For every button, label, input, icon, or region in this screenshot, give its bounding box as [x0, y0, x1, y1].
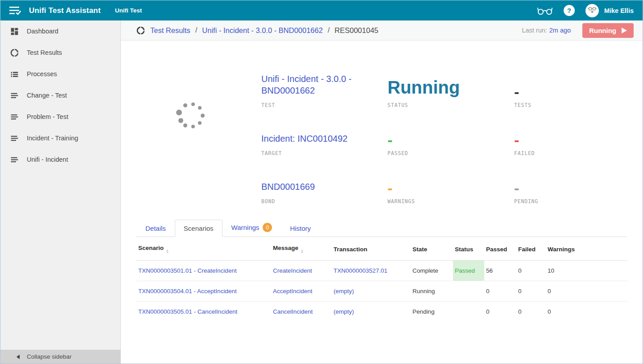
message-link[interactable]: AcceptIncident: [273, 288, 313, 294]
passed-cell: 56: [484, 261, 516, 281]
summary-stat-warnings: - WARNINGS: [387, 156, 514, 204]
sidebar-item-label: Dashboard: [27, 28, 58, 35]
loading-spinner-icon: [175, 99, 206, 130]
workspace-name[interactable]: Unifi Test: [115, 7, 142, 14]
state-cell: Running: [411, 281, 453, 302]
message-link[interactable]: CancelIncident: [273, 308, 313, 315]
message-link[interactable]: CreateIncident: [273, 267, 312, 274]
breadcrumb-separator: /: [195, 26, 197, 34]
sidebar-item-label: Unifi - Incident: [27, 156, 68, 163]
sidebar-item-processes[interactable]: Processes: [0, 63, 120, 85]
menu-toggle-icon[interactable]: [9, 6, 21, 15]
summary-stat-tests: - TESTS: [514, 54, 643, 108]
sidebar-item-problem-test[interactable]: Problem - Test: [0, 106, 120, 127]
tab-scenarios[interactable]: Scenarios: [175, 220, 223, 237]
avatar[interactable]: [585, 4, 599, 17]
sidebar-item-change-test[interactable]: Change - Test: [0, 85, 120, 106]
failed-value: -: [514, 136, 643, 144]
run-button-label: Running: [589, 27, 616, 34]
transaction-link[interactable]: (empty): [334, 308, 354, 315]
lines-icon: [10, 112, 19, 122]
lines-icon: [10, 91, 19, 100]
tab-warnings[interactable]: Warnings 0: [223, 218, 281, 237]
help-icon[interactable]: ?: [564, 5, 575, 16]
column-header-state[interactable]: State: [411, 237, 453, 261]
transaction-link[interactable]: TXN0000003527.01: [334, 267, 387, 274]
app-window: Unifi Test Assistant Unifi Test ?: [0, 0, 643, 364]
sidebar-item-incident-training[interactable]: Incident - Training: [0, 127, 120, 149]
tabs: Details Scenarios Warnings 0 History: [136, 218, 627, 237]
field-label: BOND: [261, 198, 387, 204]
test-summary: Unifi - Incident - 3.0.0 - BND0001662 TE…: [121, 41, 643, 204]
dashboard-icon: [10, 27, 19, 36]
field-label: TEST: [261, 102, 387, 108]
sidebar: Dashboard Test Results Processes Change …: [0, 20, 121, 364]
topbar: Unifi Test Assistant Unifi Test ?: [0, 0, 643, 20]
last-run-value[interactable]: 2m ago: [549, 27, 571, 34]
sidebar-item-label: Problem - Test: [27, 113, 68, 120]
sidebar-item-label: Incident - Training: [27, 135, 78, 142]
sidebar-item-label: Change - Test: [27, 92, 67, 99]
column-header-passed[interactable]: Passed: [484, 237, 516, 261]
breadcrumb: Test Results / Unifi - Incident - 3.0.0 …: [121, 20, 643, 41]
lines-icon: [10, 155, 19, 164]
bond-link[interactable]: BND0001669: [261, 181, 377, 192]
table-row: TXN0000003504.01 - AcceptIncident Accept…: [136, 281, 628, 302]
scenario-link[interactable]: TXN0000003501.01 - CreateIncident: [138, 267, 237, 274]
glasses-icon[interactable]: [537, 6, 553, 15]
collapse-sidebar-button[interactable]: Collapse sidebar: [0, 350, 120, 364]
table-row: TXN0000003501.01 - CreateIncident Create…: [136, 261, 628, 281]
collapse-arrow-icon: [16, 355, 20, 359]
play-icon: [621, 28, 627, 33]
topbar-actions: ? Mike Ellis: [537, 4, 634, 17]
main-content: Test Results / Unifi - Incident - 3.0.0 …: [121, 20, 643, 364]
column-header-message[interactable]: Message▲▼: [271, 237, 332, 261]
passed-value: -: [387, 136, 514, 144]
pending-value: -: [514, 184, 643, 192]
target-link[interactable]: Incident: INC0010492: [261, 133, 377, 144]
column-header-status[interactable]: Status: [453, 237, 484, 261]
tab-history[interactable]: History: [281, 220, 320, 237]
summary-stat-status: Running STATUS: [387, 54, 514, 108]
failed-cell: 0: [516, 302, 546, 322]
tests-value: -: [514, 88, 643, 96]
warnings-badge: 0: [263, 223, 272, 232]
state-cell: Pending: [411, 302, 453, 322]
table-row: TXN0000003505.01 - CancelIncident Cancel…: [136, 302, 628, 322]
sidebar-item-dashboard[interactable]: Dashboard: [0, 20, 120, 42]
warnings-cell: 0: [546, 302, 628, 322]
donut-chart-icon: [10, 48, 19, 57]
column-header-warnings[interactable]: Warnings: [546, 237, 628, 261]
user-name[interactable]: Mike Ellis: [604, 7, 634, 14]
warnings-cell: 0: [546, 281, 628, 302]
summary-stat-passed: - PASSED: [387, 108, 514, 156]
sort-icon: ▲▼: [301, 249, 304, 254]
collapse-sidebar-label: Collapse sidebar: [27, 353, 72, 360]
sidebar-item-test-results[interactable]: Test Results: [0, 42, 120, 63]
sidebar-item-unifi-incident[interactable]: Unifi - Incident: [0, 149, 120, 170]
last-run-label: Last run:: [522, 27, 547, 34]
warnings-value: -: [387, 184, 514, 192]
stat-label: TESTS: [514, 102, 643, 108]
summary-stat-pending: - PENDING: [514, 156, 643, 204]
column-header-scenario[interactable]: Scenario▲▼: [136, 237, 271, 261]
list-icon: [10, 70, 19, 79]
warnings-cell: 10: [546, 261, 628, 281]
test-link[interactable]: Unifi - Incident - 3.0.0 - BND0001662: [261, 73, 377, 96]
summary-field-bond: BND0001669 BOND: [261, 156, 387, 204]
column-header-failed[interactable]: Failed: [516, 237, 546, 261]
failed-cell: 0: [516, 281, 546, 302]
status-cell: [453, 281, 484, 302]
scenario-link[interactable]: TXN0000003504.01 - AcceptIncident: [138, 288, 237, 294]
lines-icon: [10, 134, 19, 143]
tab-details[interactable]: Details: [136, 220, 175, 237]
breadcrumb-link-test[interactable]: Unifi - Incident - 3.0.0 - BND0001662: [202, 26, 323, 35]
scenario-link[interactable]: TXN0000003505.01 - CancelIncident: [138, 308, 237, 315]
stat-label: PASSED: [387, 150, 514, 156]
transaction-link[interactable]: (empty): [334, 288, 354, 294]
breadcrumb-link-test-results[interactable]: Test Results: [150, 26, 190, 35]
run-status-button[interactable]: Running: [582, 23, 634, 38]
column-header-transaction[interactable]: Transaction: [332, 237, 411, 261]
stat-label: STATUS: [387, 102, 514, 108]
status-value: Running: [387, 78, 514, 96]
